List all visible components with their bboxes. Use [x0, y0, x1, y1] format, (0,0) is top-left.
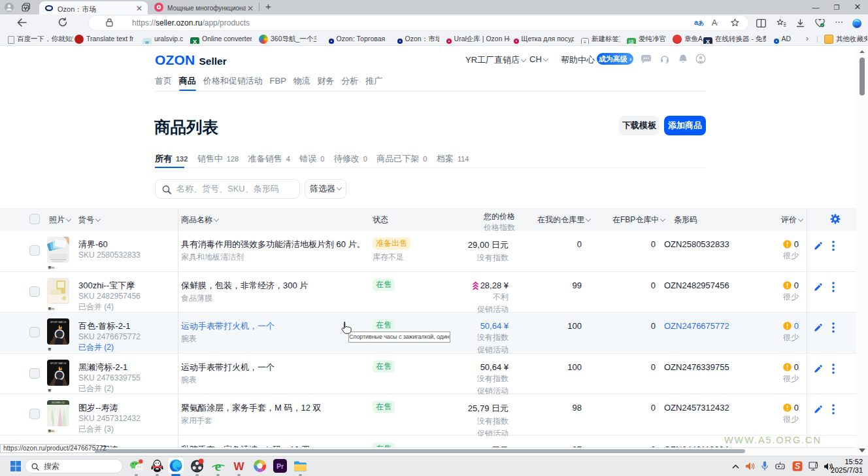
- svg-text:GLOVES ×12: GLOVES ×12: [52, 401, 65, 404]
- svg-text:Pr: Pr: [276, 462, 284, 470]
- svg-text:SPORT WATCH: SPORT WATCH: [50, 321, 67, 324]
- svg-text:W: W: [233, 460, 244, 473]
- svg-text:SPORT WATCH: SPORT WATCH: [50, 362, 67, 365]
